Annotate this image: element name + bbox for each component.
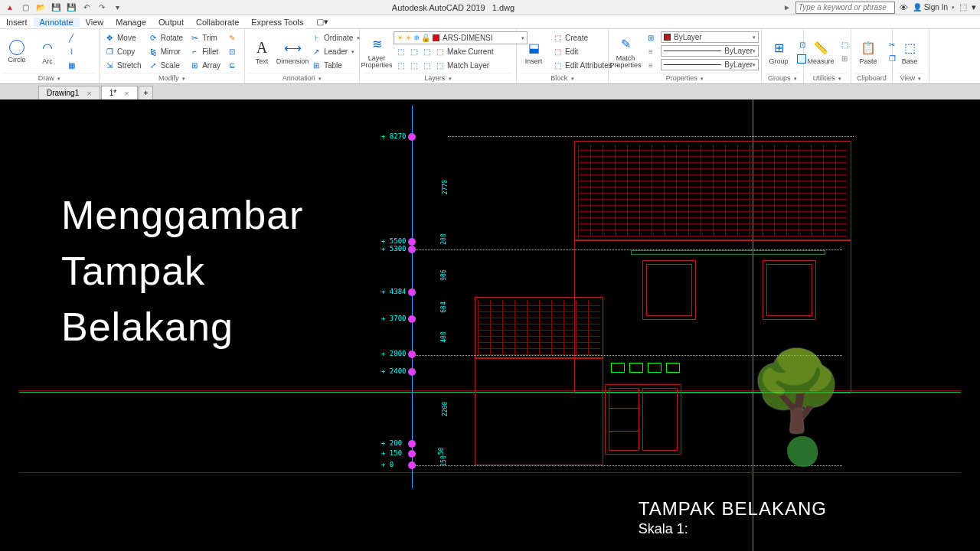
- vent: [666, 363, 680, 373]
- layer-properties-button[interactable]: ≋Layer Properties: [363, 34, 390, 70]
- elevation-node: [408, 368, 416, 376]
- menubar: Insert Annotate View Manage Output Colla…: [0, 15, 980, 29]
- drawing-canvas[interactable]: 🌳 Menggambar Tampak Belakang TAMPAK BELA…: [0, 99, 980, 551]
- mirror-icon: ⧎: [148, 47, 158, 57]
- elevation-node: [408, 289, 416, 296]
- layer-dropdown[interactable]: ☀☀❄🔓ARS-DIMENSI▾: [394, 31, 528, 44]
- menu-view[interactable]: View: [80, 18, 110, 27]
- make-current-icon: ⬚: [395, 47, 406, 57]
- undo-icon[interactable]: ↶: [80, 2, 93, 14]
- signin-button[interactable]: 👤 Sign In ▾: [913, 3, 955, 11]
- match-prop-button[interactable]: ✎Match Properties: [612, 34, 639, 70]
- polyline-button[interactable]: ⌇: [64, 45, 78, 58]
- make-current-button[interactable]: ⬚⬚⬚⬚Make Current: [394, 45, 528, 58]
- fillet-button[interactable]: ⌐Fillet: [188, 45, 222, 58]
- arc-button[interactable]: ◠Arc: [34, 37, 61, 67]
- close-icon[interactable]: ×: [124, 89, 129, 98]
- base-button[interactable]: ⬚Base: [896, 37, 923, 67]
- elevation-label: + 4384: [381, 288, 407, 295]
- wall-lower-left: [475, 358, 603, 465]
- panel-view: ⬚Base View ▾: [893, 29, 929, 83]
- menu-expresstools[interactable]: Express Tools: [245, 18, 309, 27]
- ordinate-icon: ⊦: [311, 33, 322, 44]
- array-button[interactable]: ⊞Array: [188, 59, 222, 72]
- infocenter-icon[interactable]: 👁: [900, 3, 908, 12]
- elevation-label: + 5300: [381, 245, 407, 253]
- door: [605, 384, 681, 455]
- essentials-icon[interactable]: ⊞: [645, 33, 656, 44]
- paste-button[interactable]: 📋Paste: [854, 37, 882, 67]
- offset-button[interactable]: ⊆: [225, 59, 239, 72]
- scale-button[interactable]: ⤢Scale: [146, 59, 185, 72]
- new-icon[interactable]: ▢: [19, 2, 31, 14]
- hatch-button[interactable]: ▦: [64, 59, 78, 72]
- tab-new[interactable]: +: [139, 86, 154, 99]
- tab-drawing1[interactable]: Drawing1×: [38, 86, 100, 99]
- copy-icon: ❐: [104, 47, 115, 57]
- move-button[interactable]: ✥Move: [103, 31, 143, 44]
- mirror-button[interactable]: ⧎Mirror: [146, 45, 185, 58]
- elevation-label: + 2800: [381, 350, 407, 357]
- copy-button[interactable]: ❐Copy: [103, 45, 143, 58]
- list-icon[interactable]: ≡: [645, 60, 656, 71]
- menu-featured[interactable]: ▢▾: [310, 17, 335, 27]
- measure-button[interactable]: 📏Measure: [807, 37, 835, 67]
- saveas-icon[interactable]: 💾: [65, 2, 77, 14]
- tab-active[interactable]: 1*×: [101, 86, 138, 99]
- leader-button[interactable]: ↗Leader▾: [309, 45, 361, 58]
- menu-output[interactable]: Output: [152, 18, 190, 27]
- menu-manage[interactable]: Manage: [109, 18, 152, 27]
- insert-button[interactable]: ⬓Insert: [520, 37, 547, 67]
- color-dropdown[interactable]: ByLayer▾: [661, 31, 759, 43]
- vent: [629, 363, 643, 373]
- circle-button[interactable]: Circle: [3, 38, 31, 65]
- search-input[interactable]: [795, 2, 895, 14]
- redo-icon[interactable]: ↷: [96, 2, 108, 14]
- roof-lower: [475, 297, 603, 358]
- line-button[interactable]: ╱: [64, 31, 78, 44]
- tree-icon: 🌳: [749, 352, 844, 429]
- elevation-node: [408, 315, 416, 323]
- quick-calc-button[interactable]: ⊞: [838, 52, 851, 65]
- open-icon[interactable]: 📂: [34, 2, 47, 14]
- table-button[interactable]: ⊞Table: [309, 59, 361, 72]
- move-icon: ✥: [104, 33, 115, 44]
- panel-layers: ≋Layer Properties ☀☀❄🔓ARS-DIMENSI▾ ⬚⬚⬚⬚M…: [360, 29, 517, 83]
- menu-collaborate[interactable]: Collaborate: [190, 18, 245, 27]
- dimension-icon: ⟷: [283, 38, 302, 57]
- stretch-button[interactable]: ⇲Stretch: [103, 59, 143, 72]
- erase-button[interactable]: ✎: [225, 31, 239, 44]
- panel-draw: Circle ◠Arc ╱ ⌇ ▦ Draw ▾: [0, 29, 100, 83]
- help-icon[interactable]: ▾: [972, 2, 976, 12]
- array-icon: ⊞: [189, 60, 200, 71]
- layers-icon: ≋: [368, 35, 386, 54]
- leader-icon: ↗: [311, 47, 322, 57]
- qat-dropdown-icon[interactable]: ▾: [111, 2, 123, 14]
- window-1: [642, 260, 696, 320]
- dimension-button[interactable]: ⟷Dimension: [279, 37, 306, 67]
- window-title: Autodesk AutoCAD 2019 1.dwg: [123, 3, 783, 12]
- save-icon[interactable]: 💾: [50, 2, 62, 14]
- app-menu-icon[interactable]: ▲: [4, 2, 16, 14]
- match-layer-button[interactable]: ⬚⬚⬚⬚Match Layer: [394, 59, 528, 72]
- trim-button[interactable]: ✂Trim: [188, 31, 222, 44]
- elevation-label: + 200: [381, 439, 402, 447]
- panel-clipboard: 📋Paste ✂ ❐ Clipboard: [851, 29, 893, 83]
- exchange-icon[interactable]: ⬚: [959, 2, 967, 12]
- group-button[interactable]: ⊞Group: [765, 37, 792, 67]
- dimension-value: 986: [440, 269, 447, 280]
- rotate-button[interactable]: ⟳Rotate: [146, 31, 185, 44]
- close-icon[interactable]: ×: [87, 89, 91, 98]
- elevation-label: + 3700: [381, 315, 407, 322]
- text-button[interactable]: AText: [248, 37, 276, 67]
- ordinate-button[interactable]: ⊦Ordinate▾: [309, 31, 361, 44]
- lineweight-dropdown[interactable]: ByLayer▾: [661, 45, 759, 57]
- explode-button[interactable]: ⊡: [225, 45, 239, 58]
- menu-insert[interactable]: Insert: [0, 18, 34, 27]
- panel-annotation: AText ⟷Dimension ⊦Ordinate▾ ↗Leader▾ ⊞Ta…: [245, 29, 360, 83]
- elevation-label: + 2400: [381, 367, 407, 375]
- linetype-dropdown[interactable]: ByLayer▾: [661, 59, 759, 70]
- transparency-icon[interactable]: ≡: [645, 47, 656, 57]
- select-all-button[interactable]: ⬚: [838, 38, 851, 51]
- menu-annotate[interactable]: Annotate: [34, 18, 80, 27]
